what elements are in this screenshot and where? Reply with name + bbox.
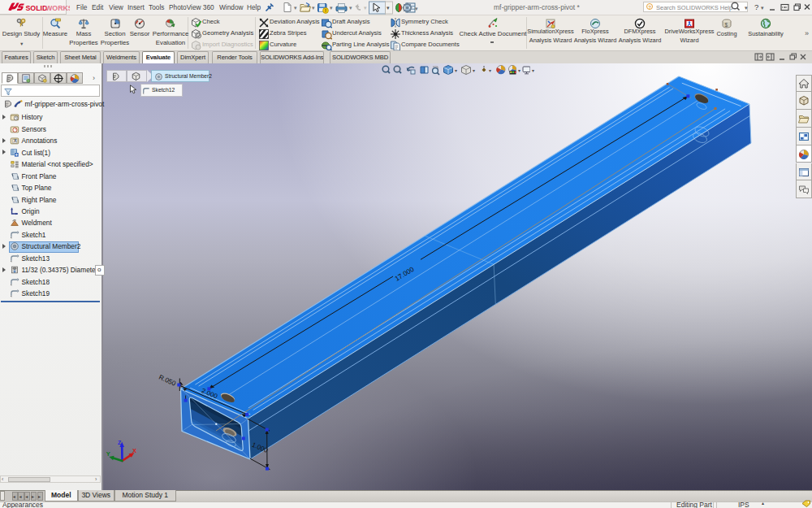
svg-text:A: A <box>14 139 17 143</box>
svg-text:R.050: R.050 <box>158 374 177 388</box>
svg-text:▾: ▾ <box>312 5 315 11</box>
svg-text:!: ! <box>325 8 326 13</box>
svg-text:▾: ▾ <box>364 5 367 11</box>
svg-text:▾: ▾ <box>455 68 457 73</box>
svg-text:▾: ▾ <box>330 5 333 11</box>
svg-text:▾: ▾ <box>489 68 491 73</box>
svg-text:▾: ▾ <box>294 5 297 11</box>
svg-text:Z: Z <box>118 440 122 445</box>
svg-text:▾: ▾ <box>473 68 475 73</box>
svg-text:SOLID: SOLID <box>26 4 48 12</box>
svg-text:▾: ▾ <box>761 5 764 11</box>
svg-text:WORKS: WORKS <box>45 4 70 12</box>
svg-text:X: X <box>132 447 136 454</box>
svg-text:▾: ▾ <box>415 6 418 11</box>
svg-text:▾: ▾ <box>387 5 390 11</box>
svg-text:▾: ▾ <box>518 68 520 73</box>
svg-text:$: $ <box>725 22 728 28</box>
svg-text:?: ? <box>754 2 758 11</box>
svg-text:Y: Y <box>106 450 110 458</box>
svg-text:▾: ▾ <box>745 5 748 11</box>
svg-text:▾: ▾ <box>349 5 352 11</box>
